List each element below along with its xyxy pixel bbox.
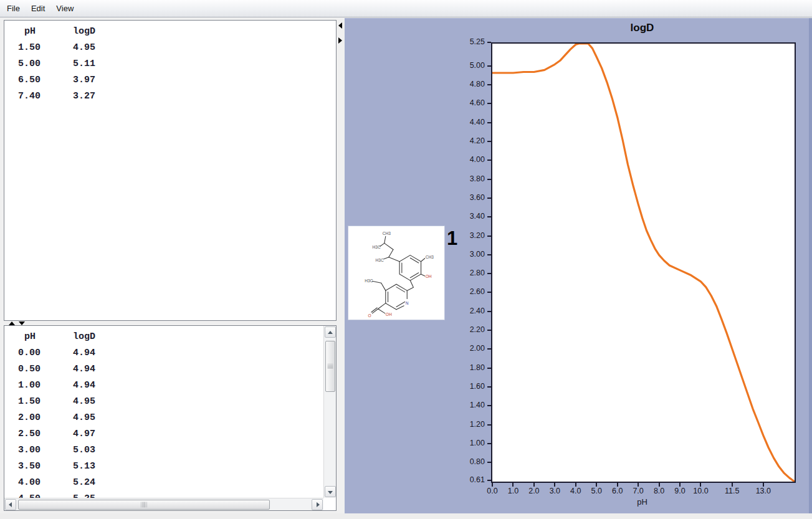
- y-tick-mark: [487, 160, 491, 161]
- table-row: 0.004.94: [4, 345, 336, 361]
- cell-value: 1.50: [4, 40, 59, 56]
- collapse-left-icon[interactable]: [338, 22, 342, 29]
- table-row: 3.505.13: [4, 459, 336, 475]
- table-row: 2.504.97: [4, 426, 336, 442]
- column-header: pH: [4, 24, 59, 40]
- cell-value: 0.50: [4, 361, 59, 378]
- atom-label: OH: [386, 312, 392, 317]
- vertical-splitter[interactable]: [337, 20, 345, 512]
- scroll-right-button[interactable]: [312, 499, 323, 510]
- y-tick-mark: [487, 65, 491, 67]
- y-tick-mark: [487, 273, 491, 274]
- cell-value: 4.94: [59, 378, 95, 394]
- cell-value: 5.11: [59, 56, 95, 72]
- y-tick-label: 3.40: [450, 212, 485, 221]
- cell-value: 5.24: [59, 475, 95, 491]
- atom-label: H3C: [365, 279, 373, 283]
- cell-value: 3.50: [4, 459, 59, 475]
- x-tick-mark: [679, 483, 681, 487]
- cell-value: 0.00: [4, 345, 59, 361]
- vertical-scrollbar[interactable]: [323, 326, 336, 498]
- y-tick-label: 1.20: [450, 420, 485, 429]
- atom-label: N: [406, 301, 409, 305]
- y-tick-mark: [487, 254, 491, 255]
- cell-value: 1.50: [4, 394, 59, 410]
- table-row: 0.504.94: [4, 361, 336, 378]
- x-tick-mark: [659, 483, 660, 487]
- y-tick-mark: [487, 292, 491, 293]
- arrow-left-icon: [9, 502, 12, 507]
- y-tick-label: 1.00: [450, 439, 485, 447]
- y-tick-label: 1.60: [450, 382, 485, 391]
- y-tick-label: 2.60: [450, 287, 485, 296]
- menu-file[interactable]: File: [1, 1, 26, 16]
- app-window: File Edit View pHlogD1.504.955.005.116.5…: [0, 0, 812, 519]
- cell-value: 5.13: [59, 459, 95, 475]
- scroll-up-button[interactable]: [325, 326, 336, 338]
- menu-bar: File Edit View: [0, 0, 812, 17]
- table-row: 1.504.95: [4, 394, 336, 410]
- scroll-down-button[interactable]: [325, 486, 336, 497]
- cell-value: 4.94: [59, 345, 95, 361]
- vertical-scroll-thumb[interactable]: [325, 341, 335, 392]
- y-tick-mark: [487, 141, 491, 142]
- logd-curve: [492, 44, 795, 482]
- y-tick-label: 4.40: [450, 118, 485, 126]
- y-tick-label: 0.80: [450, 457, 485, 466]
- table-row: 1.004.94: [4, 378, 336, 394]
- y-tick-mark: [487, 443, 491, 444]
- table-header-row: pHlogD: [4, 329, 336, 345]
- x-tick-mark: [512, 483, 513, 487]
- y-tick-label: 3.00: [450, 250, 485, 259]
- x-tick-mark: [596, 483, 597, 487]
- summary-table: pHlogD1.504.955.005.116.503.977.403.27: [4, 24, 336, 105]
- cell-value: 2.50: [4, 426, 59, 442]
- cell-value: 4.95: [59, 410, 95, 426]
- atom-label: H3C: [373, 245, 381, 250]
- horizontal-scroll-thumb[interactable]: [18, 500, 270, 510]
- horizontal-splitter[interactable]: [4, 321, 337, 325]
- molecule-structure-image: CH3 H3C H3C CH3 OH N H3C O OH: [348, 226, 445, 320]
- menu-view[interactable]: View: [50, 1, 79, 16]
- cell-value: 6.50: [4, 72, 59, 88]
- plot-area: [491, 42, 796, 483]
- thumb-grip-icon: [141, 502, 147, 508]
- cell-value: 4.97: [59, 426, 95, 442]
- y-tick-label: 3.60: [450, 193, 485, 202]
- table-row: 4.005.24: [4, 475, 336, 491]
- cell-value: 2.00: [4, 410, 59, 426]
- y-tick-label: 4.20: [450, 136, 485, 145]
- y-tick-mark: [487, 311, 491, 312]
- cell-value: 7.40: [4, 88, 59, 105]
- horizontal-scrollbar[interactable]: [4, 498, 323, 510]
- y-tick-label: 5.00: [450, 61, 485, 70]
- y-tick-mark: [487, 330, 491, 331]
- y-tick-mark: [487, 103, 491, 104]
- menu-edit[interactable]: Edit: [26, 1, 50, 16]
- y-tick-mark: [487, 236, 491, 237]
- y-tick-mark: [487, 42, 491, 43]
- y-tick-label: 2.00: [450, 344, 485, 353]
- y-tick-mark: [487, 368, 491, 369]
- x-tick-mark: [554, 483, 555, 487]
- x-tick-mark: [492, 483, 493, 487]
- scroll-left-button[interactable]: [5, 499, 16, 510]
- arrow-up-icon: [328, 331, 333, 334]
- cell-value: 5.03: [59, 442, 95, 459]
- y-tick-label: 4.80: [450, 80, 485, 88]
- x-axis-label: pH: [491, 497, 793, 507]
- chart-title: logD: [491, 22, 793, 34]
- y-tick-label: 1.40: [450, 401, 485, 409]
- y-tick-mark: [487, 480, 491, 481]
- x-tick-label: 10.0: [687, 487, 714, 495]
- cell-value: 4.00: [4, 475, 59, 491]
- collapse-right-icon[interactable]: [338, 37, 342, 44]
- atom-label: CH3: [426, 255, 434, 259]
- y-tick-label: 4.60: [450, 98, 485, 107]
- table-header-row: pHlogD: [4, 24, 336, 40]
- y-tick-label: 2.80: [450, 269, 485, 277]
- y-tick-label: 5.25: [450, 37, 485, 46]
- y-tick-mark: [487, 348, 491, 350]
- table-row: 3.005.03: [4, 442, 336, 459]
- x-tick-mark: [617, 483, 618, 487]
